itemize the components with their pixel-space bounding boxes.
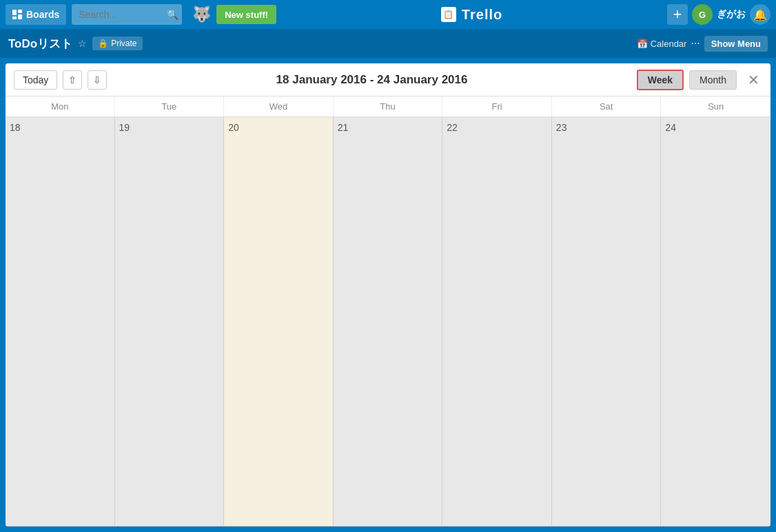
week-view-button[interactable]: Week [637,70,684,90]
svg-rect-2 [12,17,17,19]
today-button[interactable]: Today [14,70,57,90]
day-number-21: 21 [338,122,349,133]
notifications-button[interactable]: 🔔 [750,4,770,25]
avatar[interactable]: G [692,4,713,25]
day-header-wed: Wed [224,96,334,116]
day-number-24: 24 [665,122,676,133]
show-menu-label: Show Menu [711,39,761,49]
new-stuff-button[interactable]: New stuff! [216,5,276,24]
username-label[interactable]: ぎがお [717,8,746,21]
private-label: Private [111,39,136,48]
today-label: Today [23,74,48,85]
day-number-22: 22 [447,122,458,133]
calendar-label: Calendar [651,39,687,49]
calendar-grid: 18 19 20 21 22 23 24 [6,117,770,526]
board-header: ToDoリスト ☆ 🔒 Private 📅 Calendar ··· Show … [0,29,776,58]
day-number-19: 19 [119,122,130,133]
board-header-right: 📅 Calendar ··· Show Menu [637,36,768,52]
calendar-day-20[interactable]: 20 [224,117,334,526]
day-header-fri: Fri [442,96,552,116]
day-header-tue: Tue [115,96,225,116]
lock-icon: 🔒 [98,39,108,48]
prev-arrow-button[interactable]: ⇧ [63,70,82,90]
boards-button[interactable]: Boards [6,4,66,25]
calendar-day-18[interactable]: 18 [6,117,115,526]
trello-logo-text: Trello [462,7,502,23]
mascot-icon: 🐺 [192,6,211,23]
calendar-toolbar: Today ⇧ ⇩ 18 January 2016 - 24 January 2… [6,63,770,96]
star-icon[interactable]: ☆ [78,38,87,49]
logo-area: 📋 Trello [282,7,662,23]
dots-menu[interactable]: ··· [691,37,700,50]
calendar-day-22[interactable]: 22 [442,117,552,526]
chevron-up-icon: ⇧ [68,74,76,85]
calendar-day-24[interactable]: 24 [661,117,770,526]
top-navigation: Boards 🔍 🐺 New stuff! 📋 Trello + G ぎがお 🔔 [0,0,776,29]
chevron-down-icon: ⇩ [93,74,101,85]
svg-rect-3 [18,14,22,19]
week-label: Week [648,74,673,85]
svg-rect-1 [18,10,22,13]
day-number-20: 20 [228,122,239,133]
calendar-date-range: 18 January 2016 - 24 January 2016 [112,73,631,87]
add-button[interactable]: + [667,4,688,25]
day-header-sat: Sat [552,96,662,116]
calendar-icon: 📅 [637,39,648,49]
next-arrow-button[interactable]: ⇩ [88,70,107,90]
month-label: Month [700,74,726,85]
svg-rect-0 [12,10,17,15]
calendar-day-19[interactable]: 19 [115,117,225,526]
private-badge[interactable]: 🔒 Private [92,37,142,50]
trello-logo-icon: 📋 [441,7,456,22]
calendar-container: Today ⇧ ⇩ 18 January 2016 - 24 January 2… [6,63,770,526]
show-menu-button[interactable]: Show Menu [704,36,768,52]
new-stuff-label: New stuff! [225,10,268,20]
boards-icon [12,10,22,19]
board-title[interactable]: ToDoリスト [8,36,72,52]
avatar-initials: G [699,10,706,20]
calendar-day-21[interactable]: 21 [334,117,443,526]
day-number-23: 23 [556,122,567,133]
day-headers-row: Mon Tue Wed Thu Fri Sat Sun [6,96,770,117]
search-icon: 🔍 [167,9,178,20]
day-number-18: 18 [10,122,21,133]
day-header-sun: Sun [661,96,770,116]
month-view-button[interactable]: Month [689,70,737,90]
search-input[interactable] [72,4,182,25]
day-header-mon: Mon [6,96,115,116]
calendar-day-23[interactable]: 23 [552,117,662,526]
close-button[interactable]: ✕ [745,72,762,88]
calendar-link[interactable]: 📅 Calendar [637,39,687,49]
boards-label: Boards [26,9,59,20]
day-header-thu: Thu [334,96,443,116]
nav-right-section: + G ぎがお 🔔 [667,4,770,25]
